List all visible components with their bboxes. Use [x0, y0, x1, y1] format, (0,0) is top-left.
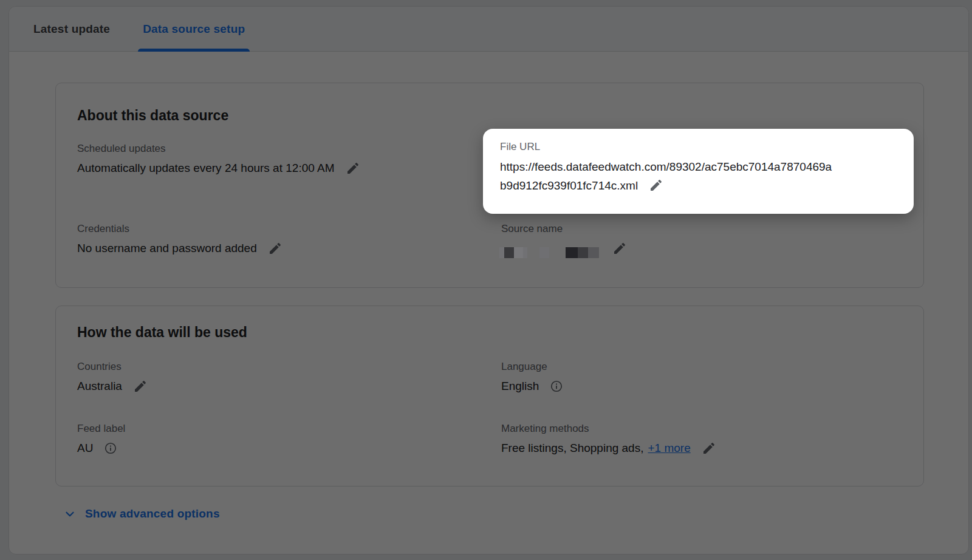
source-name-redacted-value — [499, 247, 599, 258]
file-url-value-line1: https://feeds.datafeedwatch.com/89302/ac… — [500, 160, 832, 173]
dim-overlay — [0, 0, 972, 560]
file-url-spotlight: File URL https://feeds.datafeedwatch.com… — [483, 129, 914, 214]
data-source-setup-page: Latest update Data source setup About th… — [0, 0, 972, 560]
file-url-value-line2: b9d912fc939f01fc714c.xml — [500, 179, 638, 192]
file-url-label: File URL — [500, 141, 899, 153]
edit-file-url-icon[interactable] — [649, 178, 663, 193]
